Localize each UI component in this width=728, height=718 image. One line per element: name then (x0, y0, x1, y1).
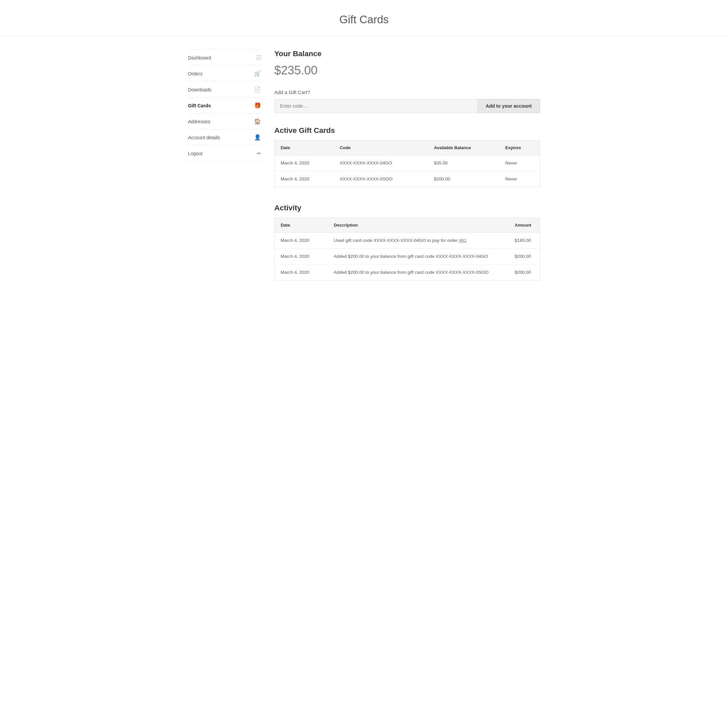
orders-icon: 🛒 (254, 70, 261, 77)
col-balance: Available Balance (428, 141, 500, 155)
account-details-icon: 👤 (254, 134, 261, 141)
add-gift-section: Add a Gift Cart? Add to your account (274, 89, 540, 113)
activity-description: Added $200.00 to your balance from gift … (328, 248, 509, 265)
sidebar-item-dashboard[interactable]: Dashboard ☷ (188, 49, 261, 66)
add-to-account-button[interactable]: Add to your account (477, 99, 540, 113)
activity-section: Activity Date Description Amount March 4… (274, 204, 540, 280)
activity-table-container: Date Description Amount March 4, 2020 Us… (274, 217, 540, 280)
active-cards-section: Active Gift Cards Date Code Available Ba… (274, 126, 540, 187)
sidebar-item-orders[interactable]: Orders 🛒 (188, 66, 261, 82)
card-code: XXXX-XXXX-XXXX-0SOO (334, 171, 428, 187)
activity-description: Added $200.00 to your balance from gift … (328, 265, 509, 280)
main-content: Your Balance $235.00 Add a Gift Cart? Ad… (274, 49, 540, 294)
activity-table: Date Description Amount March 4, 2020 Us… (275, 218, 540, 280)
order-link[interactable]: #81 (459, 238, 466, 243)
balance-section: Your Balance $235.00 (274, 49, 540, 77)
balance-amount: $235.00 (274, 63, 540, 77)
activity-amount: $200.00 (509, 265, 540, 280)
card-balance: $35.00 (428, 155, 500, 171)
card-expires: Never (499, 171, 540, 187)
table-row: March 4, 2020 XXXX-XXXX-XXXX-04GO $35.00… (275, 155, 540, 171)
downloads-icon: 📄 (254, 86, 261, 93)
sidebar-item-downloads[interactable]: Downloads 📄 (188, 82, 261, 98)
card-balance: $200.00 (428, 171, 500, 187)
table-row: March 4, 2020 XXXX-XXXX-XXXX-0SOO $200.0… (275, 171, 540, 187)
sidebar-item-gift-cards[interactable]: Gift Cards 🎁 (188, 98, 261, 113)
page-layout: Dashboard ☷ Orders 🛒 Downloads 📄 Gift Ca… (181, 36, 547, 307)
activity-date: March 4, 2020 (275, 233, 328, 248)
activity-date: March 4, 2020 (275, 248, 328, 265)
active-cards-title: Active Gift Cards (274, 126, 540, 135)
activity-col-description: Description (328, 218, 509, 233)
sidebar-item-addresses[interactable]: Addresses 🏠 (188, 113, 261, 130)
balance-title: Your Balance (274, 49, 540, 58)
card-expires: Never (499, 155, 540, 171)
add-gift-label: Add a Gift Cart? (274, 89, 540, 95)
activity-date: March 4, 2020 (275, 265, 328, 280)
page-title: Gift Cards (7, 13, 721, 26)
card-date: March 4, 2020 (275, 155, 334, 171)
gift-code-input[interactable] (274, 99, 477, 113)
sidebar-item-logout[interactable]: Logout ➡ (188, 145, 261, 161)
col-expires: Expires (499, 141, 540, 155)
activity-col-amount: Amount (509, 218, 540, 233)
addresses-icon: 🏠 (254, 118, 261, 125)
add-gift-form: Add to your account (274, 99, 540, 113)
activity-description: Used gift card code XXXX-XXXX-XXXX-04GO … (328, 233, 509, 248)
col-code: Code (334, 141, 428, 155)
activity-amount: $165.00 (509, 233, 540, 248)
gift-cards-icon: 🎁 (254, 103, 261, 109)
table-row: March 4, 2020 Used gift card code XXXX-X… (275, 233, 540, 248)
page-header: Gift Cards (0, 0, 728, 36)
activity-header-row: Date Description Amount (275, 218, 540, 233)
card-code: XXXX-XXXX-XXXX-04GO (334, 155, 428, 171)
active-cards-table-container: Date Code Available Balance Expires Marc… (274, 140, 540, 187)
active-cards-header-row: Date Code Available Balance Expires (275, 141, 540, 155)
dashboard-icon: ☷ (256, 55, 261, 61)
card-date: March 4, 2020 (275, 171, 334, 187)
logout-icon: ➡ (256, 150, 261, 156)
sidebar: Dashboard ☷ Orders 🛒 Downloads 📄 Gift Ca… (188, 49, 261, 294)
table-row: March 4, 2020 Added $200.00 to your bala… (275, 248, 540, 265)
activity-title: Activity (274, 204, 540, 212)
col-date: Date (275, 141, 334, 155)
table-row: March 4, 2020 Added $200.00 to your bala… (275, 265, 540, 280)
activity-amount: $200.00 (509, 248, 540, 265)
sidebar-item-account-details[interactable]: Account details 👤 (188, 130, 261, 145)
active-cards-table: Date Code Available Balance Expires Marc… (275, 141, 540, 187)
activity-col-date: Date (275, 218, 328, 233)
